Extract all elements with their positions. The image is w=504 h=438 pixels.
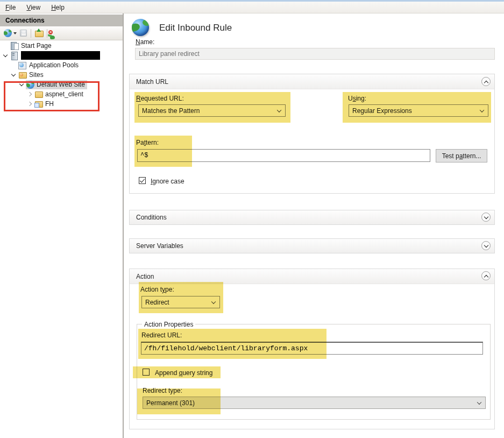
server-variables-header: Server Variables bbox=[130, 239, 494, 253]
tree-item-label: FH bbox=[45, 100, 54, 108]
tree-item-content[interactable]: FH bbox=[34, 100, 56, 109]
tree-item-content[interactable]: Application Pools bbox=[18, 61, 81, 70]
tree-expanded-chevron-icon[interactable] bbox=[2, 51, 10, 60]
rule-name-input[interactable] bbox=[135, 48, 495, 60]
app-folder-icon bbox=[34, 100, 43, 108]
tree-item-content[interactable]: Default Web Site bbox=[26, 80, 87, 89]
pattern-input[interactable] bbox=[137, 149, 430, 162]
action-type-select[interactable]: Redirect bbox=[141, 296, 220, 308]
tree-collapsed-chevron-icon[interactable] bbox=[26, 100, 34, 108]
pattern-label: Pattern: bbox=[136, 139, 159, 146]
action-properties-title: Action Properties bbox=[142, 321, 195, 328]
toolbar-separator bbox=[31, 29, 31, 38]
action-type-label: Action type: bbox=[140, 286, 174, 293]
collapse-action-button[interactable] bbox=[481, 271, 491, 280]
tree-expanded-chevron-icon[interactable] bbox=[10, 70, 18, 79]
tree-spacer bbox=[10, 61, 18, 69]
tree-item-content[interactable] bbox=[10, 51, 102, 60]
match-url-title: Match URL bbox=[136, 78, 168, 86]
action-header: Action bbox=[130, 269, 494, 284]
red-x-badge-icon: × bbox=[48, 30, 53, 35]
conditions-header: Conditions bbox=[130, 210, 494, 224]
tree-expanded-chevron-icon[interactable] bbox=[18, 80, 26, 89]
tree-item-label: Default Web Site bbox=[37, 81, 85, 88]
connect-globe-icon bbox=[4, 29, 12, 37]
connections-panel: Connections × Start PageApplication Pool… bbox=[0, 13, 123, 438]
create-package-button[interactable] bbox=[33, 27, 45, 39]
tree-item-label: Start Page bbox=[21, 42, 52, 50]
requested-url-select[interactable]: Matches the Pattern bbox=[138, 104, 286, 117]
menu-file[interactable]: File bbox=[0, 2, 21, 13]
redirect-url-label: Redirect URL: bbox=[141, 331, 182, 339]
using-select[interactable]: Regular Expressions bbox=[349, 104, 488, 117]
toolbar-separator bbox=[47, 29, 47, 38]
conditions-section: Conditions bbox=[129, 210, 495, 225]
disconnect-button[interactable]: × bbox=[49, 27, 53, 39]
menu-bar: File View Help bbox=[0, 2, 504, 13]
start-page-icon bbox=[10, 41, 19, 50]
using-label: Using: bbox=[348, 95, 366, 102]
collapse-match-url-button[interactable] bbox=[481, 77, 491, 86]
redirect-type-select[interactable]: Permanent (301) bbox=[143, 397, 486, 409]
ignore-case-checkbox[interactable] bbox=[139, 177, 146, 184]
tree-item-aspnet-client[interactable]: aspnet_client bbox=[0, 89, 123, 99]
app-pools-icon bbox=[18, 61, 27, 69]
server-icon bbox=[10, 51, 19, 60]
ignore-case-label: Ignore case bbox=[151, 178, 184, 185]
tree-item-label: aspnet_client bbox=[45, 90, 83, 98]
tree-item-content[interactable]: aspnet_client bbox=[34, 90, 86, 99]
using-value: Regular Expressions bbox=[352, 107, 412, 115]
test-pattern-button[interactable]: Test pattern... bbox=[436, 149, 487, 163]
connections-tree: Start PageApplication PoolsSitesDefault … bbox=[0, 41, 123, 438]
expand-conditions-button[interactable] bbox=[481, 213, 491, 222]
tree-collapsed-chevron-icon[interactable] bbox=[26, 90, 34, 98]
redacted-server-label bbox=[21, 51, 100, 60]
tree-item-server[interactable] bbox=[0, 51, 123, 60]
tree-item-sites[interactable]: Sites bbox=[0, 70, 123, 80]
connect-dropdown-arrow-icon bbox=[13, 32, 17, 34]
append-query-string-label: Append query string bbox=[155, 369, 212, 377]
iis-manager-window: File View Help Connections × bbox=[0, 0, 504, 438]
requested-url-label: Requested URL: bbox=[136, 95, 184, 102]
append-query-string-checkbox[interactable] bbox=[143, 369, 150, 376]
tree-item-application-pools[interactable]: Application Pools bbox=[0, 60, 123, 70]
server-variables-title: Server Variables bbox=[136, 242, 183, 250]
page-title: Edit Inbound Rule bbox=[159, 23, 232, 33]
redirect-type-value: Permanent (301) bbox=[146, 399, 195, 407]
action-type-value: Redirect bbox=[145, 299, 169, 306]
save-connections-button[interactable] bbox=[18, 27, 29, 39]
match-url-header: Match URL bbox=[130, 74, 494, 89]
connect-server-button[interactable] bbox=[2, 27, 18, 39]
expand-server-variables-button[interactable] bbox=[481, 241, 491, 250]
name-label: Name: bbox=[136, 38, 154, 46]
menu-help[interactable]: Help bbox=[46, 2, 70, 13]
redirect-type-label: Redirect type: bbox=[143, 387, 182, 394]
action-title: Action bbox=[136, 273, 154, 280]
inbound-rule-globe-icon bbox=[132, 19, 149, 36]
redirect-url-input[interactable] bbox=[141, 342, 483, 355]
tree-item-content[interactable]: Sites bbox=[18, 70, 46, 80]
tree-item-fh[interactable]: FH bbox=[0, 99, 123, 109]
folder-icon bbox=[34, 90, 43, 98]
requested-url-value: Matches the Pattern bbox=[142, 107, 200, 115]
tree-item-start-page[interactable]: Start Page bbox=[0, 41, 123, 51]
tree-item-label: Sites bbox=[29, 71, 44, 79]
conditions-title: Conditions bbox=[136, 214, 167, 221]
connections-title: Connections bbox=[0, 15, 123, 26]
tree-item-content[interactable]: Start Page bbox=[10, 41, 54, 51]
server-variables-section: Server Variables bbox=[129, 238, 495, 253]
folder-up-icon bbox=[35, 30, 43, 37]
sites-icon bbox=[18, 70, 27, 79]
tree-item-default-web-site[interactable]: Default Web Site bbox=[0, 80, 123, 89]
connections-toolbar: × bbox=[0, 26, 123, 40]
panel-splitter[interactable] bbox=[123, 13, 124, 438]
menu-view[interactable]: View bbox=[21, 2, 46, 13]
match-url-section: Match URL bbox=[129, 74, 495, 194]
save-icon bbox=[20, 30, 27, 37]
tree-item-label: Application Pools bbox=[29, 61, 79, 69]
tree-spacer bbox=[2, 41, 10, 50]
site-globe-icon bbox=[26, 81, 34, 89]
